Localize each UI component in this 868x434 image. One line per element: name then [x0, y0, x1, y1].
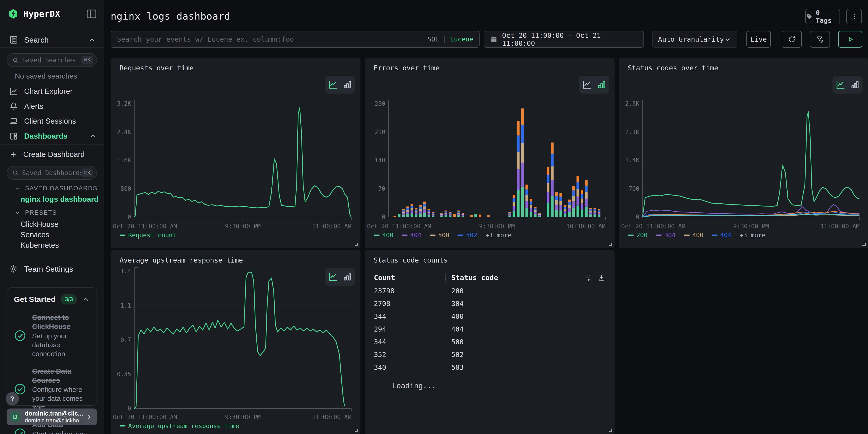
help-button[interactable]: ? [6, 392, 19, 405]
svg-text:Oct 20 11:00:00 AM: Oct 20 11:00:00 AM [621, 223, 685, 230]
line-chart-toggle-icon[interactable] [328, 272, 338, 282]
dashboard-menu-button[interactable] [846, 9, 862, 24]
sidebar-item-nginx-logs-dashboard[interactable]: nginx logs dashboard [0, 193, 103, 205]
saved-dashboards-section[interactable]: SAVED DASHBOARDS [0, 182, 103, 194]
table-row[interactable]: 2708304 [374, 297, 606, 310]
svg-text:Oct 20 11:00:00 AM: Oct 20 11:00:00 AM [113, 223, 177, 230]
svg-text:2.8K: 2.8K [625, 100, 640, 107]
column-header-status-code[interactable]: Status code [451, 274, 498, 282]
bar-chart-toggle-icon[interactable] [343, 272, 352, 282]
sidebar-item-clickhouse[interactable]: ClickHouse [0, 218, 103, 230]
search-section-icon [9, 35, 18, 44]
presets-section[interactable]: PRESETS [0, 207, 103, 219]
legend-item[interactable]: 500 [430, 231, 450, 239]
get-started-step[interactable]: Create Data Sources Configure where your… [14, 367, 90, 412]
refresh-icon [787, 35, 796, 43]
bar-chart-toggle-icon[interactable] [850, 80, 860, 90]
line-chart-toggle-icon[interactable] [835, 80, 846, 90]
chevron-down-icon [14, 209, 21, 216]
line-chart-toggle-icon[interactable] [328, 80, 338, 90]
sidebar-item-kubernetes[interactable]: Kubernetes [0, 239, 103, 251]
get-started-card: Get Started 3/3 Connect to ClickHouse Se… [7, 287, 97, 406]
legend-item[interactable]: Request count [120, 231, 176, 239]
legend-item[interactable]: 404 [712, 231, 732, 239]
cell-status-code: 503 [451, 364, 464, 371]
sidebar-item-chart-explorer[interactable]: Chart Explorer [0, 84, 103, 99]
column-header-count[interactable]: Count [374, 274, 445, 282]
column-resize-handle[interactable] [445, 274, 446, 282]
legend-item[interactable]: 200 [628, 231, 648, 239]
legend-item[interactable]: Average upstream response time [120, 423, 239, 429]
sql-mode-toggle[interactable]: SQL [427, 35, 439, 43]
chevron-up-icon[interactable] [82, 296, 90, 303]
cell-status-code: 502 [451, 351, 464, 359]
sidebar-item-services[interactable]: Services [0, 229, 103, 241]
svg-text:210: 210 [375, 129, 385, 135]
sidebar-item-alerts[interactable]: Alerts [0, 99, 103, 114]
legend-more[interactable]: +3 more [740, 231, 766, 239]
panel-errors-over-time: Errors over time 070140210280Oct 20 11:0… [365, 58, 615, 248]
collapse-sidebar-icon[interactable] [86, 9, 97, 19]
get-started-step[interactable]: Connect to ClickHouse Set up your databa… [14, 313, 90, 358]
panel-resize-handle[interactable] [862, 243, 866, 246]
legend-item[interactable]: 400 [374, 231, 394, 239]
chevron-up-icon [88, 36, 96, 44]
table-row[interactable]: 294404 [374, 323, 606, 335]
event-search-field[interactable] [117, 35, 427, 43]
cell-count: 344 [374, 338, 451, 346]
table-row[interactable]: 344400 [374, 310, 606, 323]
create-dashboard-button[interactable]: Create Dashboard [0, 147, 103, 162]
saved-searches-input[interactable]: ⌘K [7, 53, 97, 67]
sidebar: HyperDX Search ⌘K No saved searches Char… [0, 0, 104, 434]
svg-text:0.35: 0.35 [117, 371, 131, 377]
bar-chart-toggle-icon[interactable] [343, 80, 352, 90]
granularity-value: Auto Granularity [658, 35, 724, 43]
sidebar-item-team-settings[interactable]: Team Settings [0, 261, 103, 277]
saved-dashboards-field[interactable] [22, 169, 81, 177]
tags-button[interactable]: 0 Tags [805, 9, 840, 24]
legend-item[interactable]: 400 [684, 231, 704, 239]
run-query-button[interactable] [838, 31, 862, 48]
table-row[interactable]: 340503 [374, 361, 606, 374]
get-started-title: Get Started [14, 295, 56, 304]
refresh-button[interactable] [782, 31, 802, 48]
user-menu[interactable]: D dominic.tran@clic... dominic.tran@clic… [7, 408, 97, 425]
live-button[interactable]: Live [746, 31, 771, 48]
table-row[interactable]: 352502 [374, 348, 606, 361]
table-row[interactable]: 23798200 [374, 284, 606, 297]
cell-status-code: 304 [451, 300, 464, 308]
saved-dashboards-input[interactable]: ⌘K [7, 166, 97, 180]
step-title: Connect to ClickHouse [32, 313, 90, 332]
cell-status-code: 400 [451, 312, 464, 320]
filter-button[interactable] [810, 31, 830, 48]
download-icon[interactable] [598, 274, 606, 281]
wrap-lines-icon[interactable] [584, 274, 592, 281]
svg-text:1.4: 1.4 [120, 268, 131, 275]
panel-resize-handle[interactable] [609, 429, 612, 432]
panel-resize-handle[interactable] [355, 243, 358, 246]
user-name: dominic.tran@clic... [25, 410, 85, 417]
legend-more[interactable]: +1 more [486, 231, 512, 239]
panel-resize-handle[interactable] [355, 429, 358, 432]
bar-chart-toggle-icon[interactable] [597, 80, 607, 90]
sidebar-item-search[interactable]: Search [0, 32, 103, 48]
line-chart-toggle-icon[interactable] [582, 80, 592, 90]
legend-item[interactable]: 404 [402, 231, 422, 239]
brand-title: HyperDX [23, 9, 60, 19]
sidebar-item-client-sessions[interactable]: Client Sessions [0, 114, 103, 129]
granularity-select[interactable]: Auto Granularity [652, 31, 737, 48]
table-body: 2379820027083043444002944043445003525023… [374, 284, 606, 374]
legend-item[interactable]: 304 [656, 231, 676, 239]
svg-text:9:30:00 PM: 9:30:00 PM [225, 223, 261, 230]
dashboard-grid-icon [9, 132, 18, 141]
lucene-mode-toggle[interactable]: Lucene [450, 35, 473, 43]
legend-item[interactable]: 502 [458, 231, 477, 239]
saved-searches-field[interactable] [22, 57, 81, 64]
section-label: SAVED DASHBOARDS [25, 185, 97, 192]
date-range-picker[interactable]: Oct 20 11:00:00 - Oct 21 11:00:00 [484, 31, 644, 48]
table-row[interactable]: 344500 [374, 335, 606, 348]
event-search-input[interactable]: SQL | Lucene [111, 31, 479, 48]
sidebar-item-dashboards[interactable]: Dashboards [0, 129, 103, 144]
panel-resize-handle[interactable] [609, 243, 612, 246]
chevron-up-icon [89, 132, 97, 140]
